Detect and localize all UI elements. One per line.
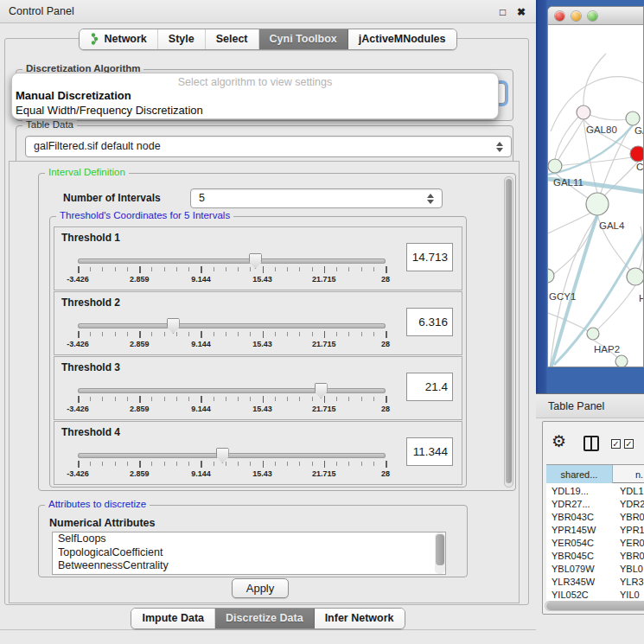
network-graph[interactable]: GAL80GACGAL11GAL4GCY1HHAP2 <box>548 26 643 367</box>
tab-style[interactable]: Style <box>158 29 206 49</box>
network-edge[interactable] <box>555 156 643 166</box>
table-row[interactable]: YDL19...YDL1 <box>546 485 644 498</box>
dropdown-option-manual-discretization[interactable]: Manual Discretization <box>16 89 131 102</box>
apply-button[interactable]: Apply <box>232 578 289 598</box>
node-label: GA <box>634 125 643 136</box>
node-red[interactable] <box>630 146 643 162</box>
tab-label: Select <box>216 33 248 45</box>
node-label: H <box>639 293 643 303</box>
column-header-name[interactable]: n... <box>635 465 644 484</box>
cell-name: YER0 <box>620 537 644 550</box>
slider-tick-label: -3.426 <box>67 275 89 284</box>
slider-major-tick <box>324 396 326 403</box>
table-row[interactable]: YPR145WYPR1 <box>546 524 644 537</box>
attribute-list-item[interactable]: TopologicalCoefficient <box>53 546 445 560</box>
table-row[interactable]: YIL052CYIL0 <box>546 589 644 601</box>
gear-icon[interactable]: ⚙ <box>552 434 566 450</box>
network-canvas[interactable]: GAL80GACGAL11GAL4GCY1HHAP2 <box>548 26 643 367</box>
checkbox-icon[interactable]: ✓ <box>611 439 621 449</box>
node-gal80[interactable] <box>577 105 590 119</box>
num-intervals-value: 5 <box>199 192 205 204</box>
node-hap2[interactable] <box>587 328 599 340</box>
threshold-value-field[interactable]: 11.344 <box>406 437 453 466</box>
tab-label: Impute Data <box>142 612 204 624</box>
attribute-list-item[interactable]: SelfLoops <box>53 532 445 546</box>
table-row[interactable]: YBR043CYBR0 <box>546 511 644 524</box>
slider-major-tick <box>263 396 265 403</box>
tab-network[interactable]: Network <box>80 29 157 49</box>
tab-discretize-data[interactable]: Discretize Data <box>215 609 315 628</box>
table-row[interactable]: YLR345WYLR3 <box>546 576 644 589</box>
network-edge[interactable] <box>583 54 606 105</box>
minimize-traffic-light-icon[interactable] <box>571 11 581 21</box>
slider-major-tick <box>386 396 387 403</box>
threshold-label: Threshold 4 <box>61 426 120 438</box>
column-header-shared-name[interactable]: shared... <box>546 465 613 484</box>
node-h[interactable] <box>627 268 643 285</box>
tab-jactivemnodules[interactable]: jActiveMNodules <box>348 29 456 49</box>
slider-major-tick <box>139 461 141 468</box>
panel-bottom-divider <box>0 629 536 630</box>
slider-tick-label: -3.426 <box>67 469 89 478</box>
slider-track[interactable] <box>78 323 386 328</box>
cell-shared-name: YDR27... <box>552 498 590 511</box>
slider-major-tick <box>324 461 326 468</box>
split-columns-icon[interactable] <box>583 436 599 451</box>
slider-track[interactable] <box>78 258 386 264</box>
node-gal11[interactable] <box>548 159 562 173</box>
network-edge[interactable] <box>555 112 583 159</box>
table-data-combobox[interactable]: galFiltered.sif default node <box>25 136 512 157</box>
cell-name: YBL0 <box>620 563 643 576</box>
attribute-list-item[interactable]: BetweennessCentrality <box>53 559 445 573</box>
threshold-value-field[interactable]: 21.4 <box>406 373 453 401</box>
slider-major-tick <box>263 331 265 338</box>
slider-tick-label: 21.715 <box>312 469 336 478</box>
checkbox-icon[interactable]: ✓ <box>624 439 634 449</box>
slider-track[interactable] <box>78 388 386 393</box>
tab-cyni-toolbox[interactable]: Cyni Toolbox <box>259 29 348 49</box>
attributes-scrollbar[interactable] <box>435 532 445 574</box>
threshold-row: Threshold 2-3.4262.8599.14415.4321.71528… <box>54 291 462 355</box>
slider-tick-label: 28 <box>381 340 390 348</box>
slider-tick-label: 28 <box>381 469 390 478</box>
node-right[interactable] <box>626 112 640 125</box>
slider-tick-label: 28 <box>381 405 390 413</box>
table-hscrollbar[interactable] <box>545 601 644 611</box>
tab-label: Network <box>104 33 146 45</box>
slider-minor-ticks <box>78 332 386 336</box>
algorithm-dropdown-popup: Select algorithm to view settings Manual… <box>11 73 499 119</box>
table-row[interactable]: YBL079WYBL0 <box>546 563 644 576</box>
numerical-attributes-list[interactable]: SelfLoopsTopologicalCoefficientBetweenne… <box>52 532 446 575</box>
tab-select[interactable]: Select <box>206 29 259 49</box>
slider-tick-label: 9.144 <box>191 405 211 413</box>
threshold-label: Threshold 3 <box>61 361 120 373</box>
slider-major-tick <box>139 396 141 403</box>
node-gcy1[interactable] <box>548 269 554 283</box>
network-edge[interactable] <box>597 125 633 204</box>
table-row[interactable]: YDR27...YDR2 <box>546 498 644 511</box>
float-window-icon[interactable]: □ <box>500 6 506 18</box>
threshold-value-field[interactable]: 14.713 <box>406 243 453 271</box>
close-traffic-light-icon[interactable] <box>555 11 564 21</box>
tab-infer-network[interactable]: Infer Network <box>315 609 405 628</box>
slider-major-tick <box>324 266 326 273</box>
slider-track[interactable] <box>78 453 386 458</box>
node-bottom[interactable] <box>615 355 628 367</box>
tab-impute-data[interactable]: Impute Data <box>131 609 215 628</box>
interval-scrollbar[interactable] <box>504 176 513 488</box>
num-intervals-combobox[interactable]: 5 <box>190 188 443 208</box>
slider-tick-label: 9.144 <box>191 469 211 478</box>
zoom-traffic-light-icon[interactable] <box>588 11 597 21</box>
slider-minor-ticks <box>78 267 386 271</box>
network-window-titlebar[interactable] <box>548 7 643 25</box>
cell-name: YIL0 <box>620 589 640 601</box>
network-edge[interactable] <box>555 119 583 166</box>
network-edge[interactable] <box>548 215 597 278</box>
table-row[interactable]: YER054CYER0 <box>546 537 644 550</box>
threshold-value-field[interactable]: 6.316 <box>406 308 453 336</box>
slider-major-tick <box>201 266 202 273</box>
node-gal4[interactable] <box>586 193 609 215</box>
dropdown-option-equal-width-frequency[interactable]: Equal Width/Frequency Discretization <box>16 104 203 117</box>
close-icon[interactable]: ✖ <box>517 6 526 18</box>
table-row[interactable]: YBR045CYBR0 <box>546 550 644 563</box>
